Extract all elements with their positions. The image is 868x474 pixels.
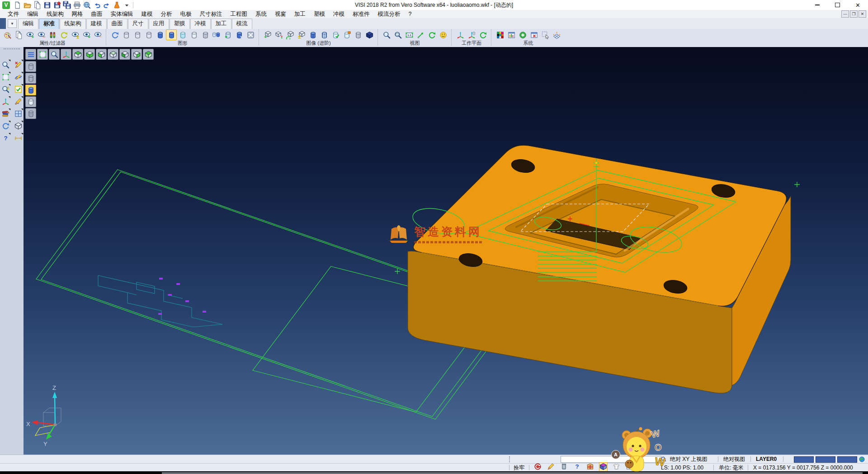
tab-1-active[interactable]: 标准 [39, 19, 59, 29]
plot-macro-icon[interactable] [112, 0, 121, 9]
new-document-icon[interactable] [13, 0, 22, 9]
print-icon[interactable] [72, 0, 81, 9]
cube-solid-icon[interactable] [13, 121, 23, 131]
window-views-icon[interactable] [13, 109, 23, 118]
menu-item-3[interactable]: 网格 [68, 10, 87, 18]
pencil-sketch-icon[interactable] [13, 96, 23, 106]
grid-plane-icon[interactable] [551, 29, 562, 40]
status-lock-label[interactable]: 拴牢 [514, 464, 524, 472]
tab-5[interactable]: 尺寸 [128, 19, 148, 29]
cylinder-flat-icon[interactable] [189, 29, 199, 40]
view-iso-icon[interactable] [143, 49, 154, 60]
zoom-view-icon[interactable] [49, 49, 60, 60]
visibility-plus-icon[interactable]: + [81, 29, 92, 40]
tab-9[interactable]: 加工 [211, 19, 231, 29]
shade-solid-icon[interactable] [25, 85, 36, 95]
menu-item-8[interactable]: 电极 [176, 10, 196, 18]
cylinder-ghost-1-icon[interactable] [121, 29, 132, 40]
cylinder-ghost-3-icon[interactable] [143, 29, 154, 40]
zoom-select-icon[interactable] [381, 29, 392, 40]
window-manager-icon[interactable] [528, 29, 539, 40]
shade-mesh-icon[interactable] [25, 108, 36, 119]
view-right-icon[interactable] [131, 49, 142, 60]
tab-7[interactable]: 塑膜 [170, 19, 190, 29]
cylinder-ghost-2-icon[interactable] [132, 29, 143, 40]
cylinder-striped-icon[interactable] [319, 29, 330, 40]
open-document-icon[interactable] [23, 0, 32, 9]
minimize-button[interactable] [807, 0, 827, 10]
filter-add-icon[interactable]: + [24, 29, 35, 40]
shade-ghost-icon[interactable] [25, 61, 36, 72]
menu-item-7[interactable]: 分析 [157, 10, 176, 18]
menu-item-10[interactable]: 工程图 [226, 10, 252, 18]
menu-item-18[interactable]: ? [405, 10, 416, 18]
menu-item-13[interactable]: 加工 [290, 10, 310, 18]
selection-filter-icon[interactable] [540, 29, 551, 40]
workplane-origin-icon[interactable] [455, 29, 466, 40]
tab-3[interactable]: 建模 [86, 19, 107, 29]
redraw-icon[interactable] [109, 29, 120, 40]
menu-item-16[interactable]: 标准件 [349, 10, 374, 18]
toolbar-options-icon[interactable] [122, 0, 131, 9]
view-left-icon[interactable] [119, 49, 130, 60]
status-layer[interactable]: LAYER0 [756, 455, 777, 463]
graphics-settings-icon[interactable] [245, 29, 256, 40]
cylinder-wireframe-icon[interactable] [200, 29, 211, 40]
cylinder-shaded-icon[interactable] [155, 29, 165, 40]
move-axes-icon[interactable] [0, 96, 10, 106]
redo-icon[interactable] [102, 0, 111, 9]
save-copy-icon[interactable] [62, 0, 71, 9]
cylinder-badge-icon[interactable] [341, 29, 352, 40]
menu-item-0[interactable]: 文件 [4, 10, 23, 18]
close-button[interactable]: ✕ [848, 0, 868, 10]
color-table-icon[interactable] [495, 29, 505, 40]
frame-select-icon[interactable] [37, 49, 48, 60]
attributes-copy-icon[interactable] [13, 29, 24, 40]
status-view-ref[interactable]: 绝对视图 [723, 455, 745, 463]
cylinder-solid-icon[interactable] [307, 29, 318, 40]
tab-dropdown-button[interactable]: ▼ [8, 19, 17, 28]
tab-0[interactable]: 编辑 [18, 19, 38, 29]
help-icon[interactable]: ? [0, 133, 10, 143]
zoom-extents-icon[interactable] [415, 29, 426, 40]
filter-refresh-icon[interactable] [58, 29, 69, 40]
view-rotate-icon[interactable] [426, 29, 437, 40]
cylinder-shaded-icon[interactable] [166, 29, 177, 40]
tab-4[interactable]: 曲面 [107, 19, 127, 29]
cylinder-transparent-icon[interactable] [177, 29, 188, 40]
zoom-actual-icon[interactable]: 1:1 [404, 29, 415, 40]
view-front-icon[interactable] [96, 49, 107, 60]
status-units[interactable]: 单位: 毫米 [719, 464, 744, 472]
system-chart-icon[interactable] [506, 29, 517, 40]
shade-hidden-icon[interactable] [25, 73, 36, 84]
view-back-icon[interactable] [108, 49, 118, 60]
view-top-icon[interactable] [72, 49, 83, 60]
erase-sketch-icon[interactable] [13, 60, 23, 70]
menu-item-2[interactable]: 线架构 [42, 10, 68, 18]
refresh-view-icon[interactable] [0, 121, 10, 131]
measure-distance-icon[interactable] [13, 133, 23, 143]
save-icon[interactable] [42, 0, 52, 9]
solid-plus-minus-icon[interactable]: ± [296, 29, 307, 40]
zoom-dynamic-icon[interactable]: ± [0, 84, 10, 94]
3d-viewport[interactable]: Z X Y 智造资料网 [24, 47, 868, 455]
attributes-palette-icon[interactable] [2, 29, 13, 40]
tab-2[interactable]: 线架构 [60, 19, 86, 29]
zoom-magnifier-icon[interactable] [0, 60, 10, 70]
print-preview-icon[interactable] [82, 0, 91, 9]
axes-origin-icon[interactable] [61, 49, 71, 60]
filter-remove-icon[interactable]: − [36, 29, 47, 40]
world-icon[interactable] [858, 455, 866, 463]
layer-books-icon[interactable] [0, 109, 10, 118]
visibility-plus-minus-icon[interactable]: ± [70, 29, 80, 40]
menu-item-14[interactable]: 塑模 [310, 10, 329, 18]
menu-item-6[interactable]: 建模 [137, 10, 157, 18]
solid-add-icon[interactable]: + [262, 29, 273, 40]
spline-sketch-icon[interactable] [13, 72, 23, 82]
model-part[interactable] [408, 145, 791, 393]
menu-item-11[interactable]: 系统 [251, 10, 271, 18]
color-swatch-1[interactable] [794, 456, 814, 463]
filter-traffic-light-icon[interactable] [47, 29, 58, 40]
color-swatch-3[interactable] [837, 456, 857, 463]
cube-navy-icon[interactable] [364, 29, 375, 40]
